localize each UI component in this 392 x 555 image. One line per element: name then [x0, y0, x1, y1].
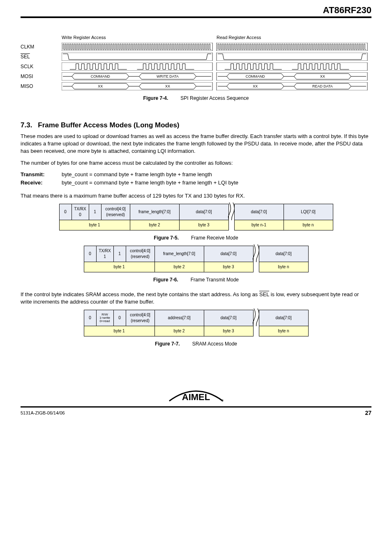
signal-sel: SEL — [21, 53, 62, 60]
svg-text:COMMAND: COMMAND — [246, 74, 265, 78]
figure-7-7-caption: Figure 7-7.SRAM Access Mode — [21, 341, 371, 348]
mosi-waveform: COMMAND WRITE DATA COMMAND XX — [62, 72, 371, 81]
figure-7-4-caption: Figure 7-4.SPI Register Access Sequence — [21, 95, 371, 102]
write-access-header: Write Register Access — [62, 35, 217, 41]
svg-text:COMMAND: COMMAND — [91, 74, 111, 78]
figure-7-7-table: 0 R/W 1=write 0=read 0 control[4:0] (res… — [84, 310, 309, 336]
read-access-header: Read Register Access — [217, 35, 371, 41]
signal-clkm: CLKM — [21, 44, 62, 51]
figure-7-6-caption: Figure 7-6.Frame Transmit Mode — [21, 276, 371, 283]
receive-formula: Receive: byte_count = command byte + fra… — [21, 179, 371, 187]
para-intro: These modes are used to upload or downlo… — [21, 133, 371, 155]
svg-text:WRITE DATA: WRITE DATA — [157, 74, 179, 78]
signal-miso: MISO — [21, 83, 62, 90]
svg-text:XX: XX — [98, 84, 103, 88]
svg-text:XX: XX — [320, 74, 325, 78]
svg-text:®: ® — [221, 399, 224, 402]
para-bytecount: The number of bytes for one frame access… — [21, 159, 371, 167]
svg-text:XX: XX — [253, 84, 258, 88]
signal-sclk: SCLK — [21, 63, 62, 70]
svg-text:AIMEL: AIMEL — [182, 392, 210, 402]
figure-7-6-table: 0 TX/RX 1 1 control[4:0] (reserved) fram… — [84, 246, 309, 272]
para-sram: If the control byte indicates SRAM acces… — [21, 291, 371, 306]
timing-diagram: Write Register Access Read Register Acce… — [21, 35, 371, 91]
atmel-logo: AIMEL ® — [167, 389, 225, 403]
svg-text:READ DATA: READ DATA — [312, 84, 333, 88]
figure-7-5-caption: Figure 7-5.Frame Receive Mode — [21, 235, 371, 242]
section-7-3-heading: 7.3.Frame Buffer Access Modes (Long Mode… — [21, 120, 371, 130]
transmit-formula: Transmit: byte_count = command byte + fr… — [21, 171, 371, 178]
miso-waveform: XX XX XX READ DATA — [62, 82, 371, 90]
page-number: 27 — [365, 409, 371, 417]
doc-id: 5131A-ZIGB-06/14/06 — [21, 410, 65, 416]
doc-title: AT86RF230 — [323, 4, 371, 17]
para-max: That means there is a maximum frame buff… — [21, 192, 371, 200]
signal-mosi: MOSI — [21, 73, 62, 80]
figure-7-5-table: 0 TX/RX 0 1 control[4:0] (reserved) fram… — [59, 204, 333, 230]
svg-text:XX: XX — [165, 84, 170, 88]
